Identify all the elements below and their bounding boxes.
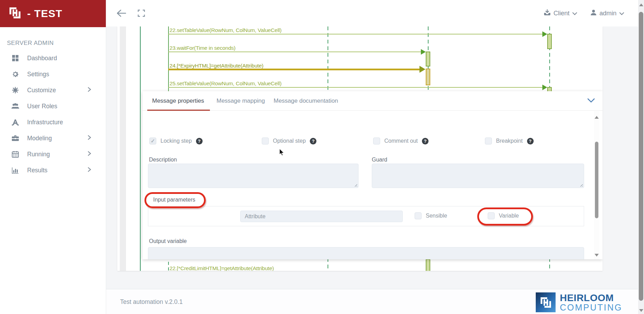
logo-word-heirloom: HEIRLOOM: [560, 293, 622, 303]
collapse-panel-chevron-icon[interactable]: [587, 98, 595, 104]
guard-textarea[interactable]: [372, 164, 584, 188]
page-scrollbar[interactable]: [638, 0, 644, 314]
description-label: Description: [149, 157, 177, 163]
scroll-down-icon[interactable]: [639, 309, 643, 312]
activation-bar: [426, 52, 430, 66]
sensible-group: Sensible: [415, 212, 447, 219]
chevron-right-icon: [87, 167, 91, 174]
heirloom-logo-icon: [536, 292, 556, 312]
tab-message-documentation[interactable]: Message documentation: [274, 97, 338, 104]
sensible-checkbox[interactable]: [415, 212, 422, 219]
comment-out-checkbox[interactable]: [373, 138, 380, 144]
sidebar-nav: Dashboard Settings: [0, 50, 106, 178]
tab-message-properties[interactable]: Message properties: [152, 97, 204, 104]
calendar-icon: [11, 150, 19, 158]
scroll-down-icon[interactable]: [595, 254, 599, 257]
tab-message-mapping[interactable]: Message mapping: [217, 97, 265, 104]
back-arrow-icon[interactable]: [116, 9, 126, 17]
diagram-message-line[interactable]: [168, 87, 543, 88]
diagram-message-line[interactable]: [168, 52, 421, 52]
lifeline-origin: [168, 26, 169, 91]
help-icon[interactable]: ?: [310, 138, 316, 144]
user-menu[interactable]: admin: [590, 9, 624, 17]
scroll-up-icon[interactable]: [595, 116, 599, 119]
comment-out-label: Comment out: [384, 138, 418, 144]
dashboard-icon: [11, 54, 19, 62]
chevron-right-icon: [87, 135, 91, 142]
topbar-right: Client admin: [544, 9, 624, 17]
sidebar-item-user-roles[interactable]: User Roles: [0, 98, 106, 114]
sidebar-item-infrastructure[interactable]: Infrastructure: [0, 114, 106, 130]
sidebar-item-running[interactable]: Running: [0, 146, 106, 162]
brand-logo-icon: [8, 6, 22, 22]
cog-icon: [11, 86, 19, 94]
sidebar-item-label: Dashboard: [27, 55, 57, 62]
diagram-message-label[interactable]: 25.setTableValue(RowNum, ColNum, ValueCe…: [170, 80, 282, 87]
sidebar-item-label: Results: [27, 167, 47, 174]
diagram-message-label[interactable]: 22.setTableValue(RowNum, ColNum, ValueCe…: [170, 27, 282, 33]
briefcase-icon: [11, 134, 19, 142]
help-icon[interactable]: ?: [422, 138, 429, 144]
resize-grip-icon[interactable]: [354, 183, 357, 187]
fullscreen-icon[interactable]: [138, 9, 145, 17]
sidebar-item-label: Running: [27, 151, 50, 158]
sidebar-item-settings[interactable]: Settings: [0, 66, 106, 82]
activation-bar: [547, 34, 552, 49]
topbar: Client admin: [106, 0, 638, 26]
sequence-diagram-card: 22.setTableValue(RowNum, ColNum, ValueCe…: [117, 26, 603, 271]
user-icon: [590, 9, 597, 17]
resize-grip-icon[interactable]: [579, 183, 583, 187]
client-menu[interactable]: Client: [544, 9, 577, 17]
variable-checkbox[interactable]: [488, 212, 495, 219]
users-icon: [11, 102, 19, 110]
sidebar-item-modeling[interactable]: Modeling: [0, 130, 106, 146]
diagram-message-line[interactable]: [168, 34, 543, 34]
attribute-input[interactable]: [240, 211, 403, 222]
message-arrowhead-icon: [419, 66, 425, 73]
activation-bar-selected: [426, 69, 430, 85]
client-label: Client: [553, 10, 570, 17]
sidebar-item-customize[interactable]: Customize: [0, 82, 106, 98]
sidebar-item-results[interactable]: Results: [0, 162, 106, 178]
page-scrollbar-thumb[interactable]: [639, 12, 643, 301]
diagram-left-gutter: [120, 26, 126, 271]
diagram-message-label-selected[interactable]: 24.[*ExpiryHTML]=getAttribute(Attribute): [170, 63, 264, 69]
message-arrowhead-icon: [421, 49, 426, 55]
breakpoint-checkbox[interactable]: [485, 138, 492, 144]
brand-title: - TEST: [27, 8, 62, 19]
sidebar-item-label: User Roles: [27, 103, 57, 110]
diagram-message-label-clipped[interactable]: 22.[*CreditLimitHTML]=getAttribute(Attri…: [170, 265, 274, 271]
client-icon: [544, 9, 551, 17]
chevron-right-icon: [87, 87, 91, 94]
bar-chart-icon: [11, 166, 19, 174]
variable-group: Variable: [488, 212, 519, 219]
gear-icon: [11, 70, 19, 78]
message-arrowhead-icon: [542, 31, 547, 37]
help-icon[interactable]: ?: [196, 138, 203, 144]
panel-scrollbar[interactable]: [594, 111, 599, 259]
output-variable-input[interactable]: [148, 247, 584, 259]
description-textarea[interactable]: [148, 164, 359, 188]
locking-step-label: Locking step: [160, 138, 192, 144]
optional-step-checkbox[interactable]: [262, 138, 269, 144]
diagram-message-line-selected[interactable]: [168, 69, 421, 70]
diagram-message-label[interactable]: 23.waitFor(Time in seconds): [170, 45, 236, 51]
help-icon[interactable]: ?: [527, 138, 534, 144]
locking-step-group: ✓ Locking step ?: [149, 138, 203, 144]
brand-header: - TEST: [0, 0, 106, 27]
sidebar: - TEST SERVER ADMIN Dashboard: [0, 0, 106, 314]
output-variable-label: Output variable: [149, 238, 187, 244]
panel-scrollbar-thumb[interactable]: [595, 142, 598, 218]
message-properties-panel: Message properties Message mapping Messa…: [142, 91, 603, 259]
logo-word-computing: COMPUTING: [560, 303, 622, 312]
guard-label: Guard: [372, 157, 387, 163]
locking-step-checkbox[interactable]: ✓: [149, 138, 156, 144]
scroll-up-icon[interactable]: [639, 3, 643, 6]
sidebar-item-label: Settings: [27, 71, 49, 78]
sidebar-item-label: Infrastructure: [27, 119, 63, 126]
lifeline-left: [140, 26, 141, 271]
sidebar-item-label: Modeling: [27, 135, 52, 142]
comment-out-group: Comment out ?: [373, 138, 429, 144]
sidebar-item-dashboard[interactable]: Dashboard: [0, 50, 106, 66]
input-parameters-label: Input parameters: [153, 197, 195, 203]
